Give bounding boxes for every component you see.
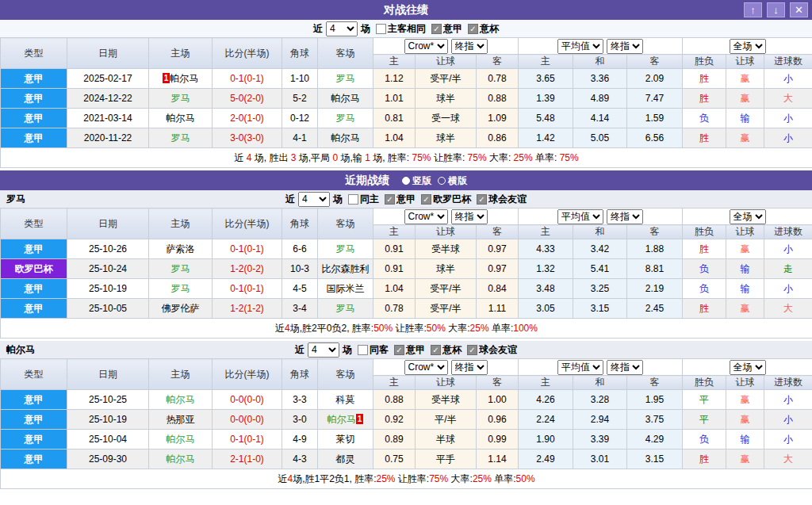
column-select[interactable]: 终指 (607, 360, 643, 375)
summary-segment: 75% (412, 152, 431, 163)
column-select[interactable]: 平均值 (557, 39, 603, 54)
column-select[interactable]: 终指 (607, 209, 643, 224)
filter-checkbox-label: 欧罗巴杯 (433, 193, 471, 206)
odds-cell: 1.32 (519, 259, 573, 279)
column-group-0: Crow*终指 (373, 359, 519, 376)
score-cell: 0-1(0-1) (213, 430, 282, 450)
odds-cell: 0.81 (373, 109, 416, 128)
odds-cell: 平/半 (416, 410, 477, 430)
team-label: 科莫 (336, 394, 355, 405)
odds-cell: 5.48 (519, 109, 573, 128)
home-team-cell: 萨索洛 (149, 239, 213, 259)
date-cell: 2025-02-17 (67, 69, 149, 89)
summary-segment: 大率: (487, 152, 514, 163)
column-select[interactable]: 全场 (730, 39, 766, 54)
match-count-select[interactable]: 4 (308, 342, 339, 358)
odds-cell: 3.75 (627, 410, 683, 430)
column-group-0: Crow*终指 (373, 209, 519, 225)
column-select[interactable]: 终指 (451, 39, 488, 54)
result-cell: 小 (764, 410, 812, 430)
corner-cell: 3-4 (282, 299, 318, 319)
summary-segment: 让胜率: (396, 473, 430, 484)
column-select[interactable]: Crow* (404, 360, 448, 375)
filter-checkbox[interactable] (348, 194, 358, 205)
column-header: 让球 (416, 376, 477, 390)
summary-segment: 场, 胜率: (370, 152, 412, 163)
column-header: 主场 (149, 359, 213, 390)
layout-radio[interactable] (402, 177, 410, 185)
column-header: 进球数 (764, 55, 812, 69)
filter-checkbox-label: 意甲 (443, 22, 462, 36)
column-header: 客场 (318, 209, 373, 239)
scroll-down-button[interactable]: ↓ (767, 2, 785, 17)
close-button[interactable]: ✕ (790, 2, 808, 17)
odds-cell: 7.47 (627, 89, 683, 109)
column-select[interactable]: 全场 (730, 360, 766, 375)
recent-title: 近期战绩 (345, 174, 389, 186)
layout-radio[interactable] (438, 177, 446, 185)
filter-checkbox[interactable]: ✓ (467, 345, 477, 355)
column-header: 主 (519, 376, 573, 390)
summary-segment: 场,平局 (296, 152, 332, 163)
filter-checkbox[interactable]: ✓ (394, 345, 404, 355)
score-cell: 2-0(1-0) (213, 109, 282, 128)
column-group-0: Crow*终指 (373, 38, 519, 55)
column-header: 客 (627, 376, 683, 390)
filter-checkbox[interactable] (358, 345, 368, 355)
scroll-up-button[interactable]: ↑ (744, 2, 762, 17)
home-team-cell: 罗马 (149, 89, 213, 109)
date-cell: 2020-11-22 (67, 128, 149, 148)
column-header: 比分(半场) (213, 38, 282, 69)
team-label: 帕尔马 (331, 93, 360, 104)
match-count-select[interactable]: 4 (326, 21, 358, 36)
column-header: 进球数 (764, 225, 812, 239)
result-cell: 赢 (726, 239, 764, 259)
league-cell: 意甲 (1, 109, 67, 128)
filter-checkbox[interactable]: ✓ (468, 24, 478, 34)
column-select[interactable]: 平均值 (557, 209, 603, 224)
filter-checkbox[interactable]: ✓ (431, 345, 441, 355)
filter-checkbox[interactable]: ✓ (477, 194, 487, 205)
filter-checkbox[interactable]: ✓ (385, 194, 395, 205)
odds-cell: 3.05 (519, 299, 573, 319)
table-row: 意甲2021-03-14帕尔马2-0(1-0)0-12罗马0.81受一球1.09… (1, 109, 812, 128)
team-label: 罗马 (171, 132, 190, 143)
column-group-1: 平均值终指 (519, 209, 683, 225)
away-team-cell: 罗马 (318, 69, 373, 89)
result-cell: 小 (764, 430, 812, 450)
odds-cell: 半球 (416, 430, 477, 450)
match-count-select[interactable]: 4 (298, 192, 330, 207)
home-team-cell: 热那亚 (149, 410, 213, 430)
column-header: 让球 (416, 225, 477, 239)
result-cell: 负 (683, 430, 726, 450)
column-select[interactable]: 全场 (730, 209, 766, 224)
odds-cell: 2.94 (573, 410, 627, 430)
column-select[interactable]: Crow* (404, 209, 448, 224)
league-cell: 意甲 (1, 239, 67, 259)
summary-segment: 近 (234, 152, 246, 163)
column-select[interactable]: 终指 (451, 209, 488, 224)
column-select[interactable]: 终指 (607, 39, 643, 54)
result-cell: 小 (764, 279, 812, 299)
odds-cell: 1.59 (627, 109, 683, 128)
home-team-cell: 1帕尔马 (149, 69, 213, 89)
filter-checkbox[interactable]: ✓ (421, 194, 431, 205)
result-cell: 负 (683, 109, 726, 128)
home-team-cell: 罗马 (149, 128, 213, 148)
column-header: 比分(半场) (213, 209, 282, 239)
layout-radio-label: 横版 (448, 175, 467, 186)
column-select[interactable]: Crow* (404, 39, 448, 54)
column-select[interactable]: 平均值 (557, 360, 603, 375)
layout-radio-group: 竖版横版 (396, 175, 467, 186)
filter-checkbox[interactable]: ✓ (431, 24, 442, 34)
column-select[interactable]: 终指 (451, 360, 488, 375)
team-label: 都灵 (336, 453, 355, 465)
odds-cell: 球半 (416, 259, 477, 279)
odds-cell: 5.05 (573, 128, 627, 148)
column-header: 让球 (726, 376, 764, 390)
filter-checkbox[interactable] (376, 24, 386, 34)
team-label: 罗马 (171, 93, 190, 104)
odds-cell: 1.04 (373, 128, 416, 148)
filter-checkbox-label: 意杯 (480, 22, 499, 36)
summary-segment: 近 (275, 323, 285, 334)
